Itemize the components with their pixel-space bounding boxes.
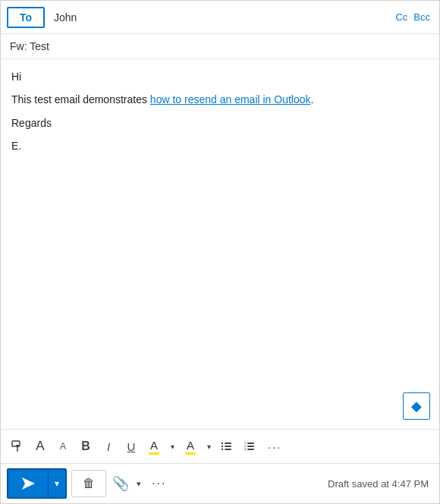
closing2: E. — [11, 137, 429, 154]
subject-row: Fw: Test — [1, 34, 439, 59]
send-button-group: ▾ — [7, 468, 67, 499]
body-link[interactable]: how to resend an email in Outlook — [150, 93, 311, 106]
action-bar: ▾ 🗑 📎 ▾ ··· Draft saved at 4:47 PM — [1, 463, 439, 503]
more-ellipsis-icon: ··· — [152, 477, 166, 490]
closing1: Regards — [11, 115, 429, 131]
font-size-button[interactable]: A — [30, 436, 51, 457]
paint-icon — [11, 439, 24, 453]
font-color-button[interactable]: A — [180, 436, 201, 457]
chevron-down-icon2: ▾ — [207, 443, 211, 451]
bold-label: B — [81, 439, 90, 453]
format-paint-button[interactable] — [7, 436, 28, 457]
discard-button[interactable]: 🗑 — [71, 470, 106, 497]
svg-rect-4 — [225, 443, 231, 444]
paperclip-icon: 📎 — [112, 475, 129, 492]
body-text: Hi This test email demonstrates how to r… — [11, 68, 429, 155]
underline-button[interactable]: U — [121, 436, 142, 457]
svg-marker-15 — [22, 477, 35, 490]
cc-button[interactable]: Cc — [395, 11, 407, 23]
bcc-button[interactable]: Bcc — [413, 11, 430, 23]
format-toolbar: A A B I U A ▾ A ▾ — [1, 429, 439, 463]
draft-status: Draft saved at 4:47 PM — [328, 478, 433, 490]
italic-button[interactable]: I — [98, 436, 119, 457]
send-dropdown-button[interactable]: ▾ — [48, 470, 65, 497]
attach-dropdown-button[interactable]: ▾ — [134, 470, 144, 497]
numbered-list-icon: 1. 2. 3. — [244, 440, 256, 452]
ellipsis-icon: ··· — [268, 440, 282, 453]
body-line1: This test email demonstrates how to rese… — [11, 91, 429, 108]
compose-body[interactable]: Hi This test email demonstrates how to r… — [1, 59, 439, 429]
svg-text:3.: 3. — [244, 447, 247, 451]
attach-group: 📎 ▾ — [108, 470, 144, 497]
highlight-button[interactable]: A — [143, 436, 165, 457]
chevron-down-icon: ▾ — [171, 443, 174, 451]
svg-point-3 — [222, 443, 223, 444]
font-color-icon: A — [185, 439, 196, 455]
more-formatting-button[interactable]: ··· — [262, 433, 288, 460]
send-icon — [20, 477, 36, 490]
svg-rect-1 — [16, 445, 19, 447]
attach-chevron-icon: ▾ — [137, 479, 141, 489]
bullet-list-button[interactable] — [216, 436, 237, 457]
cc-bcc-area: Cc Bcc — [395, 11, 439, 23]
font-color-dropdown[interactable]: ▾ — [203, 436, 215, 457]
svg-rect-6 — [225, 446, 231, 447]
highlight-dropdown[interactable]: ▾ — [166, 436, 178, 457]
bold-button[interactable]: B — [75, 436, 96, 457]
italic-label: I — [107, 440, 110, 453]
font-size-up-button[interactable]: A — [52, 436, 74, 457]
to-input[interactable] — [51, 8, 395, 27]
svg-point-7 — [222, 449, 223, 450]
diamond-icon: ◆ — [411, 398, 422, 414]
svg-rect-14 — [247, 449, 254, 450]
trash-icon: 🗑 — [83, 477, 95, 490]
bullet-list-icon — [221, 440, 233, 452]
diamond-button[interactable]: ◆ — [403, 392, 430, 420]
svg-point-5 — [222, 446, 223, 447]
numbered-list-button[interactable]: 1. 2. 3. — [239, 436, 260, 457]
send-chevron-icon: ▾ — [55, 478, 59, 489]
font-size-up-icon: A — [60, 441, 66, 452]
svg-rect-12 — [247, 446, 254, 447]
svg-rect-10 — [247, 443, 254, 444]
font-size-icon: A — [36, 439, 44, 454]
underline-label: U — [127, 440, 136, 453]
send-button[interactable] — [8, 470, 48, 497]
to-button[interactable]: To — [7, 7, 45, 28]
more-actions-button[interactable]: ··· — [146, 470, 172, 497]
to-row: To Cc Bcc — [1, 1, 439, 34]
attach-button[interactable]: 📎 — [108, 470, 134, 497]
greeting: Hi — [11, 68, 429, 85]
highlight-icon: A — [149, 439, 159, 455]
svg-rect-8 — [225, 449, 231, 450]
subject-text: Fw: Test — [10, 40, 49, 52]
